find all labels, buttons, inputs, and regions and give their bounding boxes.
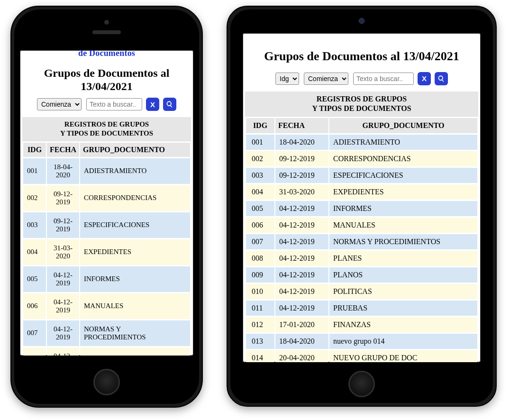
search-input[interactable]	[353, 73, 414, 85]
cell-idg: 002	[23, 185, 46, 211]
cell-grupo: ADIESTRAMIENTO	[329, 135, 477, 150]
clear-button-label: X	[422, 74, 427, 82]
cell-grupo: nuevo grupo 014	[329, 334, 477, 349]
cell-fecha: 04-12-2019	[47, 266, 79, 292]
table-row[interactable]: 00309-12-2019ESPECIFICACIONES	[246, 168, 477, 183]
table-row[interactable]: 00209-12-2019CORRESPONDENCIAS	[246, 151, 477, 166]
table-row[interactable]: 00504-12-2019INFORMES	[246, 201, 477, 216]
search-icon	[437, 75, 445, 82]
home-button[interactable]	[348, 371, 375, 397]
cell-fecha: 20-04-2020	[275, 350, 328, 362]
data-table: REGISTROS DE GRUPOS Y TIPOS DE DOCUMENTO…	[245, 91, 478, 362]
cell-idg: 005	[246, 201, 274, 216]
cell-grupo: NORMAS Y PROCEDIMIENTOS	[329, 234, 477, 249]
cell-idg: 004	[23, 239, 46, 265]
cell-grupo: MANUALES	[80, 293, 190, 319]
table-row[interactable]: 00209-12-2019CORRESPONDENCIAS	[23, 185, 190, 211]
table-row[interactable]: 01318-04-2020nuevo grupo 014	[246, 334, 477, 349]
page-title: Grupos de Documentos al 13/04/2021	[25, 67, 189, 93]
front-camera-icon	[104, 20, 109, 25]
col-header-grupo[interactable]: GRUPO_DOCUMENTO	[80, 143, 190, 157]
cell-grupo: ESPECIFICACIONES	[80, 212, 190, 238]
cell-grupo: FINANZAS	[329, 317, 477, 332]
cell-fecha: 04-12-2019	[275, 218, 328, 233]
col-header-fecha[interactable]: FECHA	[47, 143, 79, 157]
col-header-fecha[interactable]: FECHA	[275, 118, 328, 133]
clear-button[interactable]: X	[146, 98, 159, 111]
search-button[interactable]	[435, 72, 448, 85]
cell-grupo: ADIESTRAMIENTO	[80, 158, 190, 184]
table-row[interactable]: 00431-03-2020EXPEDIENTES	[23, 239, 190, 265]
cell-idg: 008	[23, 347, 46, 356]
table-row[interactable]: 00804-12-2019PLANES	[246, 251, 477, 266]
cell-idg: 010	[246, 284, 274, 299]
home-button[interactable]	[93, 369, 120, 395]
data-table-wrap: REGISTROS DE GRUPOS Y TIPOS DE DOCUMENTO…	[22, 117, 191, 356]
table-row[interactable]: 00704-12-2019NORMAS Y PROCEDIMIENTOS	[246, 234, 477, 249]
search-input[interactable]	[86, 98, 142, 110]
cell-grupo: PRUEBAS	[329, 301, 477, 316]
table-row[interactable]: 01004-12-2019POLITICAS	[246, 284, 477, 299]
cell-idg: 004	[246, 184, 274, 200]
filter-bar: Idg Comienza X	[243, 72, 481, 85]
cell-idg: 006	[246, 218, 274, 233]
tablet-device-frame: Grupos de Documentos al 13/04/2021 Idg C…	[227, 6, 497, 407]
cell-grupo: EXPEDIENTES	[329, 184, 477, 200]
cell-fecha: 09-12-2019	[275, 151, 328, 166]
filter-mode-select[interactable]: Comienza	[37, 98, 82, 110]
page-title: Grupos de Documentos al 13/04/2021	[247, 49, 476, 64]
cell-grupo: PLANOS	[329, 267, 477, 283]
data-table: REGISTROS DE GRUPOS Y TIPOS DE DOCUMENTO…	[22, 117, 191, 356]
cell-grupo: CORRESPONDENCIAS	[80, 185, 190, 211]
table-row[interactable]: 00804-12-2019PLANES	[23, 347, 190, 356]
table-row[interactable]: 01217-01-2020FINANZAS	[246, 317, 477, 332]
front-camera-icon	[359, 18, 364, 24]
table-row[interactable]: 00504-12-2019INFORMES	[23, 266, 190, 292]
cell-fecha: 04-12-2019	[275, 301, 328, 316]
table-row[interactable]: 01420-04-2020NUEVO GRUPO DE DOC	[246, 350, 477, 362]
page-title-line1: Grupos de Documentos al	[44, 67, 170, 79]
data-table-wrap: REGISTROS DE GRUPOS Y TIPOS DE DOCUMENTO…	[245, 91, 479, 362]
cell-fecha: 18-04-2020	[47, 158, 79, 184]
cell-grupo: INFORMES	[80, 266, 190, 292]
cell-idg: 008	[246, 251, 274, 266]
table-row[interactable]: 00118-04-2020ADIESTRAMIENTO	[23, 158, 190, 184]
cell-idg: 005	[23, 266, 46, 292]
table-caption: REGISTROS DE GRUPOS Y TIPOS DE DOCUMENTO…	[22, 117, 191, 141]
tablet-screen: Grupos de Documentos al 13/04/2021 Idg C…	[243, 33, 481, 362]
table-caption-line1: REGISTROS DE GRUPOS	[317, 95, 407, 103]
cell-grupo: NUEVO GRUPO DE DOC	[329, 350, 477, 362]
table-row[interactable]: 00604-12-2019MANUALES	[246, 218, 477, 233]
cell-idg: 009	[246, 267, 274, 283]
table-row[interactable]: 00309-12-2019ESPECIFICACIONES	[23, 212, 190, 238]
col-header-idg[interactable]: IDG	[246, 118, 274, 133]
clear-button[interactable]: X	[418, 72, 431, 85]
table-row[interactable]: 00431-03-2020EXPEDIENTES	[246, 184, 477, 200]
table-row[interactable]: 00704-12-2019NORMAS YPROCEDIMIENTOS	[23, 320, 190, 346]
table-row[interactable]: 01104-12-2019PRUEBAS	[246, 301, 477, 316]
cell-fecha: 18-04-2020	[275, 135, 328, 150]
cell-fecha: 31-03-2020	[47, 239, 79, 265]
col-header-grupo[interactable]: GRUPO_DOCUMENTO	[329, 118, 477, 133]
filter-mode-select[interactable]: Comienza	[304, 73, 348, 85]
cell-fecha: 31-03-2020	[275, 184, 328, 200]
truncated-nav-title: de Documentos	[20, 50, 193, 58]
table-row[interactable]: 00904-12-2019PLANOS	[246, 267, 477, 283]
table-row[interactable]: 00118-04-2020ADIESTRAMIENTO	[246, 135, 477, 150]
cell-fecha: 09-12-2019	[47, 212, 79, 238]
filter-field-select[interactable]: Idg	[275, 73, 299, 85]
cell-idg: 012	[246, 317, 274, 332]
search-button[interactable]	[163, 98, 176, 111]
cell-fecha: 09-12-2019	[47, 185, 79, 211]
table-row[interactable]: 00604-12-2019MANUALES	[23, 293, 190, 319]
cell-fecha: 04-12-2019	[275, 234, 328, 249]
table-caption-line1: REGISTROS DE GRUPOS	[64, 120, 149, 128]
search-icon	[166, 100, 173, 108]
app-tablet: Grupos de Documentos al 13/04/2021 Idg C…	[243, 33, 481, 362]
cell-idg: 007	[246, 234, 274, 249]
cell-fecha: 09-12-2019	[275, 168, 328, 183]
cell-fecha: 04-12-2019	[275, 284, 328, 299]
cell-idg: 001	[246, 135, 274, 150]
col-header-idg[interactable]: IDG	[23, 143, 46, 157]
cell-grupo: CORRESPONDENCIAS	[329, 151, 477, 166]
